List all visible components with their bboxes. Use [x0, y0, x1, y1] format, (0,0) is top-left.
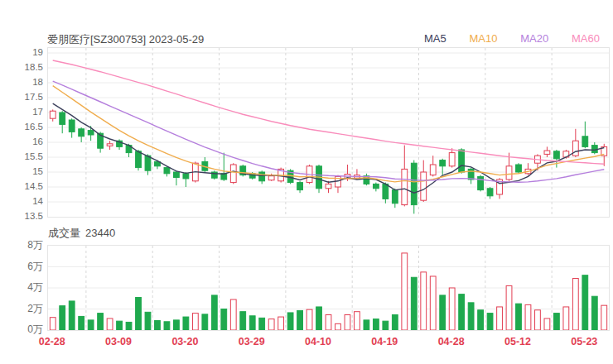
price-axis-label: 13.5	[2, 210, 43, 222]
volume-value: 23440	[85, 227, 115, 239]
legend-item-ma60[interactable]: MA60	[572, 32, 600, 45]
legend-item-ma10[interactable]: MA10	[470, 32, 498, 45]
volume-bar-down	[69, 301, 75, 330]
stock-chart-screen: 爱朋医疗[SZ300753] 2023-05-29 MA5 MA10 MA20 …	[0, 0, 613, 364]
price-axis-label: 18	[2, 76, 43, 88]
candle-body-up	[107, 144, 113, 146]
volume-bar-down	[459, 295, 465, 330]
volume-bar-up	[268, 319, 274, 330]
date-axis-label: 03-09	[99, 336, 138, 347]
candle-body-down	[145, 156, 151, 170]
candle-body-down	[60, 113, 65, 124]
volume-bar-down	[88, 320, 94, 330]
volume-bar-up	[355, 312, 360, 330]
volume-bar-down	[117, 321, 123, 330]
candle-body-down	[297, 183, 303, 190]
candle-body-up	[430, 165, 436, 175]
price-axis-label: 17.5	[2, 91, 43, 103]
price-chart-area[interactable]	[47, 47, 610, 218]
candle-body-down	[136, 151, 142, 168]
volume-bar-down	[553, 314, 559, 330]
volume-bar-down	[221, 309, 227, 331]
volume-bar-up	[306, 309, 312, 330]
volume-bar-up	[326, 315, 331, 330]
volume-bar-up	[497, 307, 503, 330]
volume-axis-label: 0万	[2, 323, 43, 335]
volume-bar-down	[373, 319, 379, 330]
candle-body-down	[259, 172, 265, 181]
volume-bar-down	[145, 312, 151, 330]
volume-bar-up	[535, 310, 541, 330]
candle-body-down	[440, 160, 446, 166]
volume-bar-down	[249, 316, 255, 330]
volume-chart-area[interactable]	[47, 245, 610, 331]
price-axis-label: 17	[2, 106, 43, 117]
volume-bar-up	[506, 285, 512, 330]
candle-body-down	[164, 168, 170, 174]
candle-body-down	[411, 163, 417, 204]
candle-body-up	[230, 165, 236, 183]
price-svg	[48, 48, 609, 217]
date-axis-label: 04-10	[299, 336, 337, 347]
volume-bar-down	[487, 314, 493, 330]
candle-body-down	[79, 129, 84, 136]
volume-bar-up	[402, 253, 408, 330]
candle-body-down	[69, 120, 75, 132]
volume-header: 成交量23440	[48, 226, 115, 241]
volume-svg	[48, 246, 609, 330]
volume-bar-down	[392, 315, 398, 330]
price-axis-label: 14.5	[2, 180, 43, 192]
volume-bar-down	[240, 312, 246, 330]
candle-body-up	[506, 166, 512, 180]
date-axis-label: 04-19	[365, 336, 403, 347]
candle-body-down	[582, 136, 588, 147]
price-axis-label: 15.5	[2, 151, 43, 162]
volume-bar-down	[259, 318, 265, 330]
candle-body-up	[50, 111, 56, 118]
candle-body-down	[392, 190, 398, 204]
volume-bar-down	[478, 310, 484, 330]
volume-bar-up	[563, 307, 569, 330]
candle-body-up	[421, 172, 427, 200]
candle-body-up	[544, 151, 550, 154]
volume-bar-up	[335, 323, 341, 330]
volume-bar-up	[601, 305, 607, 330]
date-axis-label: 05-23	[565, 336, 603, 347]
volume-bar-down	[183, 317, 189, 330]
candle-body-up	[402, 169, 408, 204]
candle-body-down	[174, 172, 180, 177]
volume-bar-down	[440, 295, 446, 330]
volume-axis-label: 2万	[2, 303, 43, 314]
candlestick-series	[50, 109, 606, 213]
volume-bar-down	[202, 314, 208, 330]
candle-body-down	[88, 131, 94, 135]
volume-axis-label: 8万	[2, 239, 43, 251]
price-axis-label: 14	[2, 195, 43, 207]
volume-bar-down	[60, 306, 65, 330]
volume-bar-down	[164, 322, 170, 330]
volume-bar-down	[98, 314, 104, 330]
price-axis-label: 15	[2, 165, 43, 177]
volume-bar-down	[211, 295, 217, 330]
volume-bar-down	[516, 304, 522, 330]
volume-bar-down	[383, 321, 389, 330]
volume-bar-down	[582, 275, 588, 330]
candle-body-down	[373, 184, 379, 188]
volume-bar-down	[591, 296, 597, 330]
volume-bar-up	[192, 314, 198, 330]
date-axis-label: 05-12	[499, 336, 537, 347]
volume-bar-down	[136, 297, 142, 330]
legend-item-ma20[interactable]: MA20	[520, 32, 548, 45]
candle-body-up	[326, 184, 331, 188]
volume-bar-up	[449, 288, 455, 330]
date-axis-label: 04-28	[432, 336, 471, 347]
price-axis-label: 16.5	[2, 121, 43, 132]
volume-bar-down	[364, 320, 369, 330]
volume-bar-up	[421, 272, 427, 330]
legend-item-ma5[interactable]: MA5	[424, 32, 446, 45]
candle-body-up	[572, 141, 578, 156]
volume-bar-up	[525, 304, 531, 330]
volume-bar-down	[174, 320, 180, 330]
date-axis-label: 03-20	[166, 336, 204, 347]
candle-body-down	[183, 174, 189, 179]
